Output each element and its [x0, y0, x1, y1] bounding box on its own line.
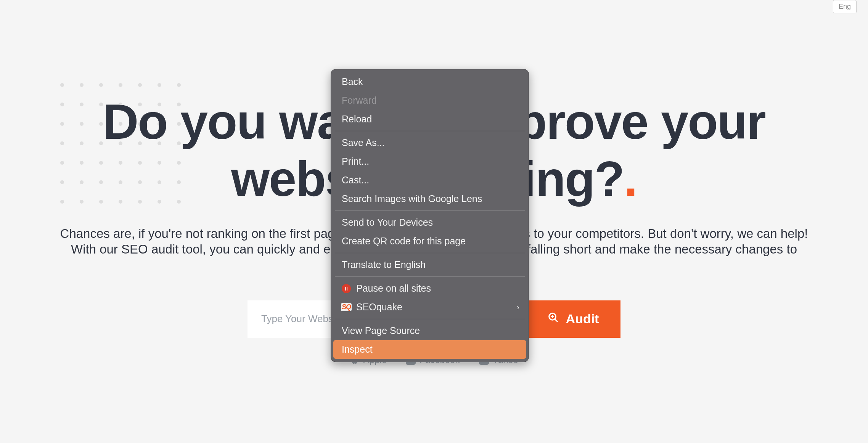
ctx-cast-label: Cast...: [342, 175, 369, 186]
ctx-forward-label: Forward: [342, 95, 377, 106]
ctx-search-images-label: Search Images with Google Lens: [342, 193, 482, 204]
ctx-save-as[interactable]: Save As...: [331, 133, 529, 152]
ctx-seoquake-label: SEOquake: [356, 302, 402, 313]
ctx-inspect-label: Inspect: [342, 344, 373, 355]
audit-button-label: Audit: [566, 311, 599, 326]
language-selector[interactable]: Eng: [833, 0, 857, 13]
ctx-create-qr[interactable]: Create QR code for this page: [331, 232, 529, 250]
ctx-translate[interactable]: Translate to English: [331, 255, 529, 274]
ctx-create-qr-label: Create QR code for this page: [342, 236, 466, 247]
chevron-right-icon: ›: [517, 303, 519, 311]
ctx-save-as-label: Save As...: [342, 137, 385, 148]
ctx-print-label: Print...: [342, 156, 369, 167]
seoquake-icon: SQ: [342, 303, 351, 312]
ctx-separator: [335, 319, 525, 319]
svg-line-1: [555, 319, 558, 322]
ctx-pause-sites[interactable]: Pause on all sites: [331, 279, 529, 298]
ctx-back[interactable]: Back: [331, 72, 529, 91]
ctx-separator: [335, 276, 525, 277]
ctx-separator: [335, 210, 525, 211]
pause-hand-icon: [342, 284, 351, 293]
ctx-cast[interactable]: Cast...: [331, 171, 529, 189]
ctx-send-devices[interactable]: Send to Your Devices: [331, 213, 529, 232]
ctx-back-label: Back: [342, 76, 363, 87]
ctx-inspect[interactable]: Inspect: [333, 340, 526, 359]
ctx-pause-label: Pause on all sites: [356, 283, 431, 294]
ctx-separator: [335, 131, 525, 131]
audit-button[interactable]: Audit: [526, 300, 620, 338]
context-menu: Back Forward Reload Save As... Print... …: [331, 69, 529, 362]
search-zoom-icon: [548, 311, 559, 326]
ctx-separator: [335, 253, 525, 253]
ctx-reload[interactable]: Reload: [331, 110, 529, 128]
ctx-print[interactable]: Print...: [331, 152, 529, 171]
ctx-seoquake[interactable]: SQ SEOquake ›: [331, 298, 529, 316]
language-label: Eng: [839, 3, 851, 10]
ctx-reload-label: Reload: [342, 114, 372, 125]
ctx-view-source-label: View Page Source: [342, 325, 420, 336]
title-period-accent: .: [624, 151, 637, 207]
ctx-translate-label: Translate to English: [342, 259, 426, 270]
ctx-view-source[interactable]: View Page Source: [331, 321, 529, 340]
ctx-search-images[interactable]: Search Images with Google Lens: [331, 189, 529, 208]
ctx-send-devices-label: Send to Your Devices: [342, 217, 433, 228]
ctx-forward: Forward: [331, 91, 529, 110]
